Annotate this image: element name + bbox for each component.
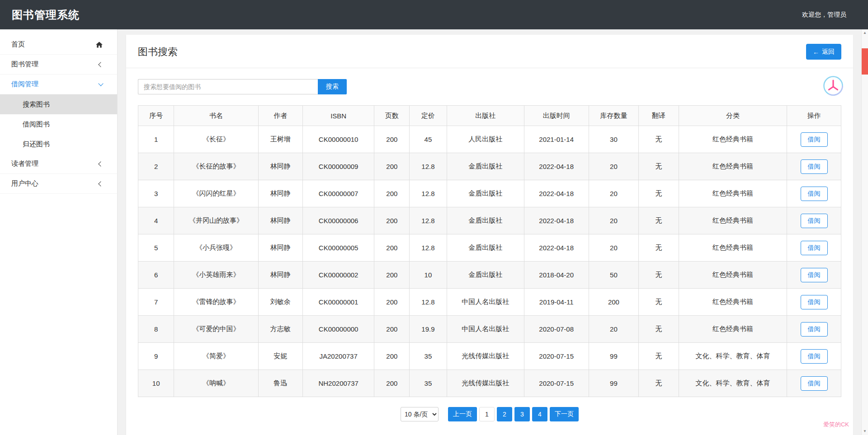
column-header: 书名: [174, 106, 259, 126]
borrow-button[interactable]: 借阅: [801, 322, 828, 337]
table-row: 2《长征的故事》林同静CK0000000920012.8金盾出版社2022-04…: [138, 153, 841, 180]
page-button[interactable]: 3: [514, 407, 530, 421]
table-cell: 30: [589, 126, 638, 153]
chevron-down-icon: [99, 83, 103, 85]
table-cell: 无: [639, 207, 679, 234]
table-cell: 200: [374, 207, 410, 234]
table-cell: 安妮: [258, 343, 302, 370]
page-button[interactable]: 4: [532, 407, 547, 421]
table-row: 8《可爱的中国》方志敏CK0000000020019.9中国人名出版社2020-…: [138, 316, 841, 343]
column-header: 序号: [138, 106, 174, 126]
table-cell: 2022-04-18: [524, 153, 589, 180]
table-cell: NH20200737: [302, 370, 374, 397]
borrow-button[interactable]: 借阅: [801, 376, 828, 391]
table-cell: 无: [639, 262, 679, 289]
table-cell: CK00000007: [302, 180, 374, 207]
table-cell: 200: [374, 316, 410, 343]
layout: 首页图书管理借阅管理搜索图书借阅图书归还图书读者管理用户中心 图书搜索 ← 返回…: [0, 29, 868, 435]
table-cell: 金盾出版社: [447, 180, 524, 207]
table-cell: 金盾出版社: [447, 153, 524, 180]
sidebar-item-label: 借阅管理: [11, 80, 38, 89]
table-cell: 红色经典书籍: [679, 289, 787, 316]
borrow-button[interactable]: 借阅: [801, 295, 828, 309]
back-button[interactable]: ← 返回: [806, 44, 841, 60]
table-cell: 200: [374, 262, 410, 289]
table-cell: 12.8: [410, 180, 447, 207]
table-cell: 20: [589, 180, 638, 207]
table-cell: CK00000000: [302, 316, 374, 343]
table-cell: 4: [138, 207, 174, 234]
table-cell: 方志敏: [258, 316, 302, 343]
column-header: 出版社: [447, 106, 524, 126]
table-cell: 红色经典书籍: [679, 126, 787, 153]
scrollbar-thumb[interactable]: [862, 48, 868, 75]
table-cell: CK00000001: [302, 289, 374, 316]
table-cell: 《闪闪的红星》: [174, 180, 259, 207]
next-page-button[interactable]: 下一页: [550, 407, 579, 421]
table-cell: CK00000006: [302, 207, 374, 234]
prev-page-button[interactable]: 上一页: [448, 407, 477, 421]
sidebar-item[interactable]: 用户中心: [0, 174, 117, 194]
table-cell: 红色经典书籍: [679, 262, 787, 289]
table-cell: 2020-07-08: [524, 316, 589, 343]
table-cell: 20: [589, 316, 638, 343]
table-cell: 200: [589, 289, 638, 316]
table-cell: 文化、科学、教育、体育: [679, 343, 787, 370]
pagination: 10 条/页上一页1234下一页: [138, 407, 841, 421]
borrow-button[interactable]: 借阅: [801, 132, 828, 147]
sidebar-item[interactable]: 归还图书: [0, 134, 117, 154]
sidebar-item[interactable]: 图书管理: [0, 55, 117, 75]
table-cell: JA20200737: [302, 343, 374, 370]
home-icon: [96, 42, 103, 48]
search-input[interactable]: [138, 79, 318, 94]
scroll-down-icon[interactable]: ▼: [863, 428, 867, 435]
sidebar-item-label: 首页: [11, 40, 25, 49]
table-cell: 《小兵张嘎》: [174, 234, 259, 262]
table-row: 6《小英雄雨来》林同静CK0000000220010金盾出版社2018-04-2…: [138, 262, 841, 289]
table-cell: 2: [138, 153, 174, 180]
sidebar-item[interactable]: 首页: [0, 35, 117, 55]
page-button[interactable]: 2: [497, 407, 512, 421]
borrow-button[interactable]: 借阅: [801, 268, 828, 282]
page-size-select[interactable]: 10 条/页: [401, 407, 439, 421]
table-cell: 200: [374, 153, 410, 180]
borrow-button[interactable]: 借阅: [801, 214, 828, 228]
borrow-button[interactable]: 借阅: [801, 159, 828, 174]
table-cell: 金盾出版社: [447, 234, 524, 262]
table-cell: 《井冈山的故事》: [174, 207, 259, 234]
sidebar-item[interactable]: 借阅图书: [0, 114, 117, 134]
action-cell: 借阅: [787, 126, 841, 153]
borrow-button[interactable]: 借阅: [801, 187, 828, 201]
table-cell: 200: [374, 370, 410, 397]
floating-widget-icon[interactable]: [823, 75, 844, 96]
sidebar-item[interactable]: 读者管理: [0, 154, 117, 174]
table-cell: 红色经典书籍: [679, 207, 787, 234]
scrollbar[interactable]: ▲ ▼: [861, 29, 868, 435]
back-arrow-icon: ←: [813, 48, 819, 56]
table-cell: 2022-04-18: [524, 207, 589, 234]
main-content: 图书搜索 ← 返回 搜索 序号书名作者ISBN页数定价出版社出版时间库存数量翻译…: [118, 29, 868, 435]
table-cell: 鲁迅: [258, 370, 302, 397]
table-cell: 35: [410, 343, 447, 370]
table-cell: 2019-04-11: [524, 289, 589, 316]
table-row: 5《小兵张嘎》林同静CK0000000520012.8金盾出版社2022-04-…: [138, 234, 841, 262]
card-header: 图书搜索 ← 返回: [126, 35, 853, 68]
table-cell: 10: [410, 262, 447, 289]
page-button[interactable]: 1: [479, 407, 495, 421]
borrow-button[interactable]: 借阅: [801, 349, 828, 364]
column-header: 作者: [258, 106, 302, 126]
table-cell: 99: [589, 370, 638, 397]
table-cell: 光线传媒出版社: [447, 343, 524, 370]
sidebar-item[interactable]: 搜索图书: [0, 94, 117, 114]
table-row: 10《呐喊》鲁迅NH2020073720035光线传媒出版社2020-07-15…: [138, 370, 841, 397]
search-button[interactable]: 搜索: [318, 79, 347, 94]
column-header: 翻译: [639, 106, 679, 126]
sidebar-item[interactable]: 借阅管理: [0, 75, 117, 94]
action-cell: 借阅: [787, 370, 841, 397]
scroll-up-icon[interactable]: ▲: [863, 29, 867, 37]
sidebar-item-label: 图书管理: [11, 60, 38, 69]
borrow-button[interactable]: 借阅: [801, 241, 828, 255]
table-body: 1《长征》王树增CK0000001020045人民出版社2021-01-1430…: [138, 126, 841, 397]
table-cell: CK00000002: [302, 262, 374, 289]
card-body: 搜索 序号书名作者ISBN页数定价出版社出版时间库存数量翻译分类操作 1《长征》…: [126, 68, 853, 432]
